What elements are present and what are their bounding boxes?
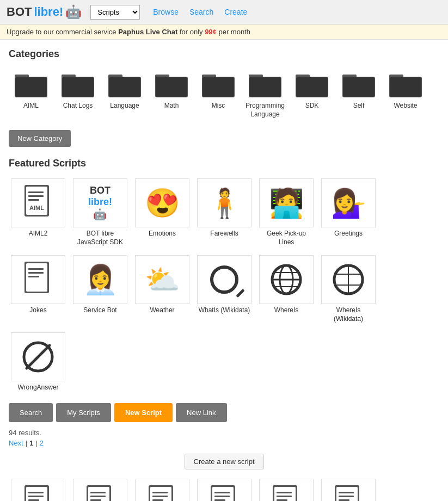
header: BOTlibre! 🤖 Scripts Bots Forums Graphics… bbox=[0, 0, 448, 24]
result-botlibre-banner[interactable]: botlibre.org-banner bbox=[257, 476, 316, 501]
category-label-misc: Misc bbox=[212, 102, 225, 110]
folder-icon-aiml bbox=[13, 69, 50, 100]
nav-create[interactable]: Create bbox=[224, 8, 247, 16]
featured-aiml2[interactable]: AIML AIML2 bbox=[9, 176, 67, 249]
featured-jokes[interactable]: Jokes bbox=[9, 252, 67, 326]
banner-prefix: Upgrade to our commercial service bbox=[7, 28, 118, 36]
category-math[interactable]: Math bbox=[149, 66, 194, 121]
results-next-link[interactable]: Next bbox=[9, 439, 23, 447]
svg-rect-71 bbox=[277, 492, 292, 493]
svg-rect-11 bbox=[156, 77, 187, 97]
folder-icon-website bbox=[387, 69, 424, 100]
featured-farewells[interactable]: 🧍 Farewells bbox=[195, 176, 254, 249]
folder-icon-misc bbox=[200, 69, 237, 100]
category-programming[interactable]: Programming Language bbox=[243, 66, 287, 121]
result-footer[interactable]: footer bbox=[319, 476, 378, 501]
header-nav: Browse Search Create bbox=[153, 8, 247, 16]
svg-rect-26 bbox=[390, 77, 421, 97]
search-button[interactable]: Search bbox=[9, 403, 53, 422]
featured-greetings-img: 💁‍♀️ bbox=[321, 178, 376, 227]
category-misc[interactable]: Misc bbox=[196, 66, 241, 121]
greetings-emoji-icon: 💁‍♀️ bbox=[331, 189, 366, 217]
result-santabot-footer[interactable]: Santa Bot - Footer bbox=[133, 476, 192, 501]
svg-rect-23 bbox=[343, 77, 375, 97]
category-label-chatlogs: Chat Logs bbox=[63, 102, 93, 110]
result-footer-img bbox=[321, 479, 376, 501]
svg-rect-31 bbox=[28, 199, 39, 201]
featured-whatis[interactable]: WhatIs (Wikidata) bbox=[195, 252, 254, 326]
featured-weather[interactable]: ⛅ Weather bbox=[133, 252, 192, 326]
featured-jokes-img bbox=[11, 255, 65, 304]
geek-emoji-icon: 🧑‍💻 bbox=[269, 189, 304, 217]
categories-title: Categories bbox=[9, 48, 439, 60]
result-botlibre-org[interactable]: botlibre.org bbox=[195, 476, 254, 501]
result-botlibre-banner-img bbox=[259, 479, 314, 501]
category-label-language: Language bbox=[110, 102, 139, 110]
featured-weather-label: Weather bbox=[150, 306, 174, 315]
svg-rect-76 bbox=[339, 492, 354, 493]
result-aiforum-links[interactable]: AIForum - Links bbox=[71, 476, 130, 501]
featured-aiml2-img: AIML bbox=[11, 178, 65, 227]
results-page2-link[interactable]: 2 bbox=[40, 439, 44, 447]
action-buttons: Search My Scripts New Script New Link bbox=[9, 403, 439, 422]
categories-grid: AIML Chat Logs Language bbox=[9, 66, 439, 121]
scripts-dropdown[interactable]: Scripts Bots Forums Graphics Avatars bbox=[90, 5, 140, 20]
featured-servicebot-label: Service Bot bbox=[83, 306, 116, 315]
banner-service[interactable]: Paphus Live Chat bbox=[118, 28, 177, 36]
result-brainbot-footer[interactable]: BrainBot - Footer bbox=[9, 476, 67, 501]
my-scripts-button[interactable]: My Scripts bbox=[56, 403, 111, 422]
category-label-sdk: SDK bbox=[305, 102, 319, 110]
folder-icon-self bbox=[340, 69, 377, 100]
folder-icon-language bbox=[106, 69, 143, 100]
category-sdk[interactable]: SDK bbox=[290, 66, 334, 121]
category-label-aiml: AIML bbox=[23, 102, 39, 110]
featured-wronganswer[interactable]: WrongAnswer bbox=[9, 330, 67, 395]
featured-farewells-img: 🧍 bbox=[197, 178, 251, 227]
featured-whereis-wikidata[interactable]: WhereIs (Wikidata) bbox=[319, 252, 378, 326]
svg-rect-56 bbox=[90, 492, 106, 493]
svg-rect-2 bbox=[15, 77, 47, 97]
result-santabot-footer-img bbox=[135, 479, 189, 501]
servicebot-emoji-icon: 👩‍💼 bbox=[83, 265, 118, 294]
category-website[interactable]: Website bbox=[383, 66, 428, 121]
svg-rect-65 bbox=[212, 487, 234, 501]
featured-jokes-label: Jokes bbox=[29, 306, 46, 315]
featured-wronganswer-img bbox=[11, 332, 65, 381]
new-link-button[interactable]: New Link bbox=[176, 403, 226, 422]
nav-browse[interactable]: Browse bbox=[153, 8, 179, 16]
svg-rect-35 bbox=[28, 268, 44, 270]
new-script-button[interactable]: New Script bbox=[114, 403, 173, 422]
category-chatlogs[interactable]: Chat Logs bbox=[56, 66, 100, 121]
banner-price: 99¢ bbox=[205, 28, 217, 36]
featured-geek[interactable]: 🧑‍💻 Geek Pick-up Lines bbox=[257, 176, 316, 249]
svg-rect-52 bbox=[28, 496, 44, 497]
category-label-math: Math bbox=[164, 102, 179, 110]
featured-greetings[interactable]: 💁‍♀️ Greetings bbox=[319, 176, 378, 249]
featured-weather-img: ⛅ bbox=[135, 255, 189, 304]
create-new-script-button[interactable]: Create a new script bbox=[185, 454, 264, 469]
category-self[interactable]: Self bbox=[336, 66, 381, 121]
featured-botlibre-sdk[interactable]: BOT libre! 🤖 BOT libre JavaScript SDK bbox=[71, 176, 130, 249]
featured-geek-img: 🧑‍💻 bbox=[259, 178, 314, 227]
featured-servicebot-img: 👩‍💼 bbox=[73, 255, 127, 304]
svg-rect-55 bbox=[88, 487, 109, 501]
category-language[interactable]: Language bbox=[102, 66, 147, 121]
main-content: Categories AIML Chat Logs bbox=[0, 40, 448, 501]
featured-aiml2-label: AIML2 bbox=[29, 230, 48, 238]
nav-search[interactable]: Search bbox=[189, 8, 213, 16]
featured-farewells-label: Farewells bbox=[210, 230, 238, 238]
results-nav: Next | 1 | 2 bbox=[9, 439, 439, 447]
svg-rect-20 bbox=[296, 77, 328, 97]
featured-whereis-wikidata-label: WhereIs (Wikidata) bbox=[322, 306, 375, 323]
svg-rect-70 bbox=[274, 487, 296, 501]
category-aiml[interactable]: AIML bbox=[9, 66, 53, 121]
results-page1[interactable]: 1 bbox=[29, 439, 33, 447]
category-label-programming: Programming Language bbox=[246, 102, 285, 119]
featured-emotions[interactable]: 😍 Emotions bbox=[133, 176, 192, 249]
featured-whereis[interactable]: WhereIs bbox=[257, 252, 316, 326]
svg-rect-77 bbox=[339, 496, 354, 497]
featured-servicebot[interactable]: 👩‍💼 Service Bot bbox=[71, 252, 130, 326]
featured-emotions-label: Emotions bbox=[149, 230, 176, 238]
result-botlibre-org-img bbox=[197, 479, 251, 501]
new-category-button[interactable]: New Category bbox=[9, 130, 71, 147]
